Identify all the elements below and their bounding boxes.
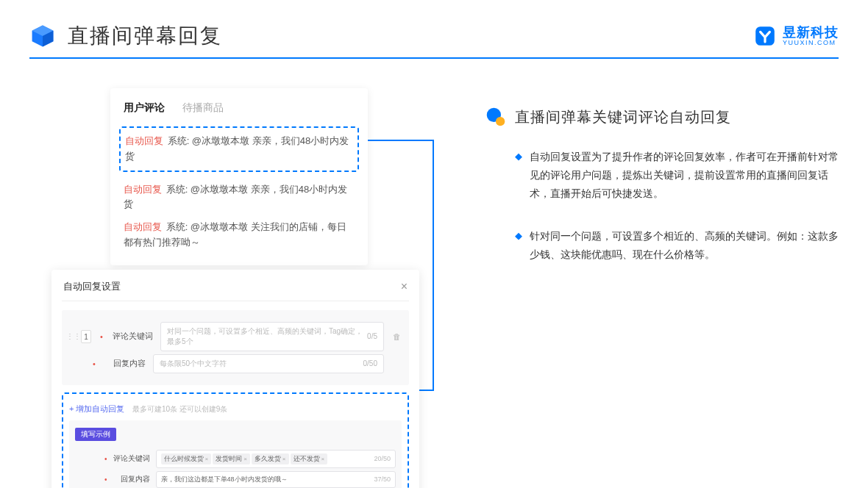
connector-line [368, 140, 434, 141]
required-marker: • [104, 455, 107, 463]
close-icon[interactable]: × [401, 280, 408, 293]
ex-keyword-counter: 20/50 [374, 455, 391, 462]
content-input[interactable]: 每条限50个中文字符 0/50 [153, 354, 384, 373]
required-marker: • [91, 359, 97, 368]
auto-reply-badge: 自动回复 [125, 135, 163, 146]
modal-title: 自动回复设置 [63, 280, 121, 293]
bullet-text: 针对同一个问题，可设置多个相近的、高频的关键词。例如：这款多少钱、这块能优惠吗、… [530, 227, 839, 264]
keyword-tag[interactable]: 还不发货× [291, 453, 328, 464]
example-box: + 增加自动回复 最多可建10条 还可以创建9条 填写示例 • 评论关键词 什么… [62, 392, 409, 488]
bullet-text: 自动回复设置为了提升作者的评论回复效率，作者可在开播前针对常见的评论用户问题，提… [530, 148, 839, 204]
ex-keyword-label: 评论关键词 [113, 453, 150, 464]
delete-icon[interactable]: 🗑 [391, 332, 402, 341]
keyword-placeholder: 对同一个问题，可设置多个相近、高频的关键词，Tag确定，最多5个 [167, 326, 367, 347]
tab-pending-goods[interactable]: 待播商品 [182, 101, 224, 115]
svg-point-5 [496, 117, 505, 126]
brand-name: 昱新科技 [783, 26, 839, 39]
comment-prefix: 系统: [168, 135, 192, 146]
page-title: 直播间弹幕回复 [68, 22, 222, 50]
ex-keyword-input[interactable]: 什么时候发货× 发货时间× 多久发货× 还不发货× 20/50 [156, 450, 396, 468]
required-marker: • [99, 332, 104, 341]
comment-row: 自动回复 系统: @冰墩墩本墩 关注我们的店铺，每日都有热门推荐呦～ [124, 220, 355, 251]
ex-content-input[interactable]: 亲，我们这边都是下单48小时内发货的哦～ 37/50 [156, 471, 396, 488]
keyword-tag[interactable]: 什么时候发货× [161, 453, 212, 464]
keyword-input[interactable]: 对同一个问题，可设置多个相近、高频的关键词，Tag确定，最多5个 0/5 [160, 322, 384, 351]
ex-content-value: 亲，我们这边都是下单48小时内发货的哦～ [161, 475, 288, 484]
section-title: 直播间弹幕关键词评论自动回复 [515, 107, 731, 127]
content-placeholder: 每条限50个中文字符 [160, 359, 227, 369]
content-counter: 0/50 [363, 359, 377, 367]
keyword-tag[interactable]: 多久发货× [252, 453, 289, 464]
drag-handle-icon[interactable]: ⋮⋮ [66, 332, 74, 340]
comment-row: 自动回复 系统: @冰墩墩本墩 亲亲，我们48小时内发货 [124, 182, 355, 213]
add-auto-reply-link[interactable]: + 增加自动回复 [69, 404, 124, 413]
comment-prefix: 系统: [166, 221, 191, 232]
brand-subtitle: YUUXIN.COM [783, 39, 839, 46]
example-pill: 填写示例 [75, 428, 116, 441]
bullet-marker-icon: ◆ [515, 227, 522, 264]
comment-prefix: 系统: [166, 184, 191, 195]
auto-reply-settings-modal: 自动回复设置 × ⋮⋮ 1 • 评论关键词 对同一个问题，可设置多个相近、高频的… [51, 270, 419, 488]
cube-icon [29, 23, 56, 49]
content-label: 回复内容 [104, 358, 146, 369]
bullet-item: ◆ 自动回复设置为了提升作者的评论回复效率，作者可在开播前针对常见的评论用户问题… [515, 148, 839, 204]
brand-icon [753, 24, 777, 48]
auto-reply-badge: 自动回复 [124, 221, 162, 232]
keyword-counter: 0/5 [367, 332, 377, 340]
connector-line [433, 140, 434, 390]
tab-user-comments[interactable]: 用户评论 [124, 101, 165, 115]
chat-bubble-icon [485, 107, 506, 127]
row-number: 1 [81, 330, 91, 343]
add-hint: 最多可建10条 还可以创建9条 [132, 405, 227, 413]
brand-logo: 昱新科技 YUUXIN.COM [753, 24, 839, 48]
ex-content-counter: 37/50 [374, 476, 391, 483]
bullet-item: ◆ 针对同一个问题，可设置多个相近的、高频的关键词。例如：这款多少钱、这块能优惠… [515, 227, 839, 264]
ex-content-label: 回复内容 [113, 474, 150, 484]
auto-reply-badge: 自动回复 [124, 184, 162, 195]
required-marker: • [104, 476, 107, 484]
keyword-tag[interactable]: 发货时间× [213, 453, 250, 464]
comment-row-highlighted: 自动回复 系统: @冰墩墩本墩 亲亲，我们48小时内发货 [119, 126, 359, 172]
bullet-marker-icon: ◆ [515, 148, 522, 204]
comments-panel: 用户评论 待播商品 自动回复 系统: @冰墩墩本墩 亲亲，我们48小时内发货 自… [110, 88, 368, 265]
keyword-label: 评论关键词 [112, 331, 153, 342]
